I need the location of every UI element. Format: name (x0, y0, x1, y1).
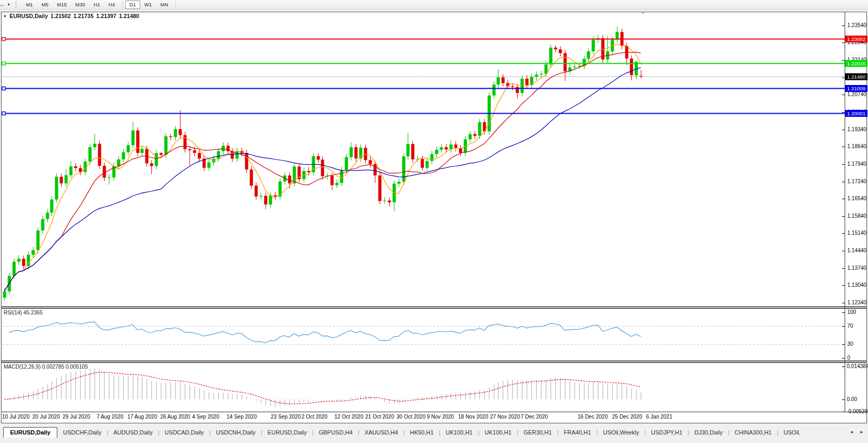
chart-tab-fra40-h1[interactable]: FRA40,H1 (559, 428, 596, 438)
date-axis-label: 7 Aug 2020 (97, 414, 124, 420)
ohlc-low: 1.21397 (96, 13, 116, 19)
chart-tab-audusd-daily[interactable]: AUDUSD,Daily (109, 428, 158, 438)
price-tick-label: 1.17940 (847, 161, 866, 167)
chart-tab-usoil[interactable]: USOil, (779, 428, 805, 438)
ohlc-high: 1.21735 (73, 13, 93, 19)
chart-tab-dj30-daily[interactable]: DJ30,Daily (690, 428, 727, 438)
collapse-triangle-icon[interactable]: ▼ (3, 14, 7, 18)
price-tick-label: 1.13040 (847, 282, 866, 288)
status-bar (0, 438, 868, 443)
last-bar-marker[interactable]: ▾ (642, 10, 644, 15)
chart-symbol-period: EURUSD,Daily (10, 13, 48, 19)
date-axis-label: 26 Aug 2020 (160, 414, 190, 420)
date-axis-label: 2 Oct 2020 (302, 414, 328, 420)
chart-title: ▼ EURUSD,Daily 1.21502 1.21735 1.21397 1… (3, 13, 139, 19)
price-tick-label: 1.12340 (847, 300, 866, 305)
price-tick-label: 1.13740 (847, 265, 866, 271)
chart-tab-ger30-h1[interactable]: GER30,H1 (519, 428, 556, 438)
toolbar-grip[interactable] (15, 2, 18, 8)
macd-scale-label: 0.014384 (847, 363, 868, 369)
timeframe-button-m30[interactable]: M30 (71, 1, 89, 9)
price-tick-label: 1.18640 (847, 143, 866, 149)
chart-tabs: EURUSD,DailyUSDCHF,Daily|AUDUSD,Daily|US… (0, 426, 868, 438)
chart-tab-usdcad-daily[interactable]: USDCAD,Daily (160, 428, 209, 438)
rsi-scale-label: 0 (847, 355, 850, 361)
timeframe-button-h1[interactable]: H1 (89, 1, 104, 9)
chart-canvas[interactable] (0, 0, 868, 443)
macd-scale-label: 0.00 (847, 396, 857, 402)
date-axis-label: 18 Nov 2020 (458, 414, 488, 420)
price-tick-label: 1.17240 (847, 178, 866, 184)
chart-tab-usoil-weekly[interactable]: USOil,Weekly (598, 428, 644, 438)
chart-tab-china300-h1[interactable]: CHINA300,H1 (730, 428, 777, 438)
price-tick-label: 1.15140 (847, 230, 866, 236)
chart-tab-uk100-h1[interactable]: UK100,H1 (480, 428, 517, 438)
price-tick-label: 1.15840 (847, 213, 866, 219)
chart-tab-usdcnh-daily[interactable]: USDCNH,Daily (211, 428, 261, 438)
price-tick-label: 1.14440 (847, 248, 866, 253)
macd-label: MACD(12,26,9) 0.002785 0.005105 (4, 364, 88, 370)
date-axis-label: 29 Jul 2020 (63, 414, 90, 420)
rsi-scale-label: 70 (847, 323, 853, 329)
price-tick-label: 1.23540 (847, 22, 866, 28)
date-axis-label: 27 Nov 2020 (490, 414, 520, 420)
rsi-scale-label: 100 (847, 309, 856, 315)
price-tick-label: 1.19340 (847, 126, 866, 132)
price-level-badge: 1.20001 (845, 110, 867, 117)
chart-tab-usdchf-daily[interactable]: USDCHF,Daily (58, 428, 106, 438)
macd-scale-label: -0.005396 (847, 408, 868, 414)
chart-tab-eurusd-daily[interactable]: EURUSD,Daily (3, 427, 57, 438)
rsi-scale-label: 30 (847, 341, 853, 347)
chart-tab-gbpusd-h4[interactable]: GBPUSD,H4 (314, 428, 357, 438)
timeframe-button-m15[interactable]: M15 (53, 1, 71, 9)
date-axis-label: 30 Oct 2020 (397, 414, 425, 420)
toolbar-separator (175, 1, 176, 8)
date-axis-label: 17 Aug 2020 (127, 414, 157, 420)
date-axis-label: 12 Oct 2020 (334, 414, 363, 420)
timeframe-button-d1[interactable]: D1 (125, 1, 140, 9)
ohlc-open: 1.21502 (50, 13, 71, 19)
date-axis-label: 20 Jul 2020 (32, 414, 60, 420)
date-axis-label: 25 Dec 2020 (612, 414, 642, 420)
chart-shift-icon[interactable]: ↔ (0, 1, 6, 8)
price-tick-label: 1.16540 (847, 195, 866, 201)
timeframe-button-mn[interactable]: MN (156, 1, 173, 9)
date-axis-label: 23 Sep 2020 (271, 414, 301, 420)
chart-tab-hk50-h1[interactable]: HK50,H1 (405, 428, 439, 438)
date-axis-label: 14 Sep 2020 (227, 414, 257, 420)
tabs-scroll-right-icon[interactable]: ► (860, 430, 864, 435)
chart-tab-uk100-h1[interactable]: UK100,H1 (441, 428, 477, 438)
timeframe-button-w1[interactable]: W1 (140, 1, 156, 9)
price-level-badge: 1.23002 (845, 36, 867, 42)
current-price-badge: 1.21480 (845, 73, 867, 80)
price-level-badge: 1.22016 (845, 60, 867, 67)
date-axis-label: 7 Dec 2020 (521, 414, 548, 420)
ohlc-close: 1.21480 (119, 13, 139, 19)
date-axis-label: 21 Oct 2020 (365, 414, 394, 420)
timeframe-button-m1[interactable]: M1 (22, 1, 37, 9)
price-level-badge: 1.21009 (845, 85, 867, 92)
timeframe-button-h4[interactable]: H4 (104, 1, 119, 9)
chart-tab-eurusd-daily[interactable]: EURUSD,Daily (263, 428, 312, 438)
chart-tab-xauusd-h4[interactable]: XAUUSD,H4 (360, 428, 403, 438)
date-axis-label: 4 Sep 2020 (192, 414, 219, 420)
timeframe-button-m5[interactable]: M5 (37, 1, 53, 9)
timeframe-toolbar: ↔ ▼ M1M5M15M30H1H4D1W1MN (0, 0, 868, 10)
toolbar-separator (122, 1, 123, 8)
chart-tab-usdjpy-h1[interactable]: USDJPY,H1 (646, 428, 687, 438)
date-axis-label: 16 Dec 2020 (578, 414, 608, 420)
date-axis-label: 6 Jan 2021 (646, 414, 673, 420)
date-axis-label: 9 Nov 2020 (427, 414, 454, 420)
date-axis-label: 10 Jul 2020 (2, 414, 30, 420)
chevron-down-icon[interactable]: ▼ (7, 3, 11, 6)
rsi-label: RSI(14) 45.2365 (4, 310, 42, 316)
tabs-scroll-left-icon[interactable]: ◄ (849, 430, 854, 435)
price-tick-label: 1.20740 (847, 91, 866, 97)
